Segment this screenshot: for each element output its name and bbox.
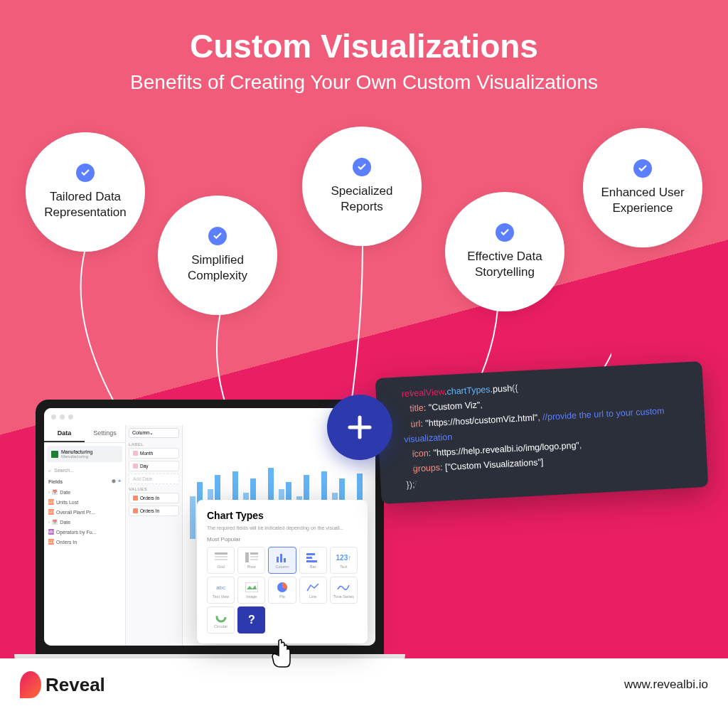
search-row[interactable]: ⌕Search... <box>44 465 125 476</box>
window-titlebar <box>44 408 375 425</box>
chart-type-dropdown[interactable]: Column⌄ <box>129 428 179 438</box>
chart-type-pivot-item[interactable]: Pivot <box>237 547 265 574</box>
value-pill[interactable]: Orders In <box>129 493 179 503</box>
field-row[interactable]: 123Orders In <box>44 537 125 547</box>
code-method: push <box>493 383 513 394</box>
bar-chart-icon <box>306 552 320 563</box>
datasource-row[interactable]: ManufacturingManufacturing <box>47 446 122 462</box>
datasource-sub: Manufacturing <box>61 454 118 459</box>
section-label: LABEL <box>129 442 179 447</box>
check-icon <box>496 223 514 242</box>
label-pill[interactable]: Day <box>129 461 179 471</box>
check-icon <box>633 159 652 178</box>
search-placeholder: Search... <box>54 468 74 473</box>
window-dot-icon <box>68 415 73 419</box>
svg-rect-28 <box>280 554 282 562</box>
question-icon: ? <box>245 614 259 626</box>
chart-type-label: Text View <box>213 594 229 599</box>
chevron-right-icon: › <box>48 490 50 495</box>
text-icon: 123↑ <box>336 552 350 563</box>
svg-rect-23 <box>245 552 249 562</box>
svg-rect-22 <box>215 559 228 560</box>
chart-type-bar-item[interactable]: Bar <box>299 547 327 574</box>
date-icon: 📅 <box>52 519 58 525</box>
circular-icon <box>214 611 228 623</box>
field-row[interactable]: ABCOperators by Fu... <box>44 527 125 537</box>
chart-types-popup: Chart Types The required fields will be … <box>197 500 368 643</box>
field-row[interactable]: ›📅Date <box>44 517 125 527</box>
add-date-placeholder[interactable]: Add Date <box>129 474 179 484</box>
field-row[interactable]: 123Units Lost <box>44 497 125 507</box>
number-icon <box>133 508 138 513</box>
field-row[interactable]: ›📅Date <box>44 487 125 497</box>
number-icon: 123 <box>48 539 54 545</box>
field-row[interactable]: 123Overall Plant Pr... <box>44 507 125 517</box>
label-pill[interactable]: Month <box>129 448 179 459</box>
footer: Reveal www.revealbi.io <box>0 658 728 711</box>
sidebar: Data Settings ManufacturingManufacturing… <box>44 425 126 646</box>
globe-icon[interactable]: ⊕ <box>112 479 116 484</box>
pie-chart-icon <box>275 582 289 593</box>
excel-icon <box>51 451 58 458</box>
chart-type-label: Bar <box>310 565 316 569</box>
benefit-bubbles: Tailored Data Representation Simplified … <box>0 121 728 334</box>
config-panel: Column⌄ LABEL Month Day Add Date VALUES … <box>126 425 183 646</box>
chart-type-image-item[interactable]: Image <box>237 577 265 604</box>
timeseries-icon <box>336 582 350 593</box>
benefit-label: Effective Data Storytelling <box>459 249 550 280</box>
window-dot-icon <box>51 415 56 419</box>
search-icon: ⌕ <box>48 468 51 473</box>
textview-icon: abc <box>214 582 228 593</box>
chart-type-text-item[interactable]: 123↑Text <box>330 547 358 574</box>
svg-rect-30 <box>306 553 315 555</box>
chart-type-pie-item[interactable]: Pie <box>268 577 296 604</box>
site-url: www.revealbi.io <box>624 678 708 692</box>
svg-rect-24 <box>250 552 258 555</box>
chart-type-custom-item[interactable]: ? <box>237 606 265 634</box>
svg-rect-26 <box>250 559 258 560</box>
field-name: Orders In <box>56 540 77 545</box>
tab-settings[interactable]: Settings <box>85 425 125 442</box>
fields-label: Fields <box>48 479 63 484</box>
field-name: Operators by Fu... <box>56 530 96 535</box>
chart-type-timeseries-item[interactable]: Time Series <box>330 577 358 604</box>
plus-icon[interactable]: + <box>118 479 121 484</box>
benefit-label: Tailored Data Representation <box>40 189 131 220</box>
chevron-down-icon: ⌄ <box>149 430 154 435</box>
chart-type-label: Column <box>276 565 289 569</box>
logo-mark-icon <box>20 671 41 698</box>
number-icon: 123 <box>48 499 54 505</box>
value-pill[interactable]: Orders In <box>129 506 179 516</box>
svg-rect-25 <box>250 556 258 557</box>
chart-type-circular-item[interactable]: Circular <box>207 606 235 634</box>
chart-type-label: Circular <box>214 624 228 629</box>
benefit-label: Simplified Complexity <box>172 252 263 284</box>
svg-rect-0 <box>190 496 196 539</box>
benefit-bubble: Tailored Data Representation <box>26 132 145 252</box>
grid-icon <box>214 552 228 563</box>
chart-type-textview-item[interactable]: abcText View <box>207 577 235 604</box>
chart-type-column-item[interactable]: Column <box>268 547 296 574</box>
section-label: VALUES <box>129 487 179 491</box>
pivot-icon <box>245 552 259 563</box>
field-name: Date <box>60 520 70 525</box>
chart-type-line-item[interactable]: Line <box>299 577 327 604</box>
benefit-bubble: Simplified Complexity <box>158 196 277 315</box>
svg-rect-31 <box>306 557 312 559</box>
popup-section-label: Most Popular <box>207 536 358 542</box>
line-chart-icon <box>306 582 320 593</box>
check-icon <box>76 164 95 182</box>
cursor-icon <box>269 638 294 668</box>
check-icon <box>353 158 371 176</box>
chart-type-label: Image <box>246 594 257 599</box>
chart-type-grid: Grid Pivot Column Bar 123↑Text abcText V… <box>207 547 358 634</box>
chart-type-label: Grid <box>217 565 224 569</box>
check-icon <box>208 227 227 245</box>
image-icon <box>245 582 259 593</box>
svg-rect-21 <box>215 556 228 557</box>
svg-point-35 <box>217 613 225 621</box>
chart-type-grid-item[interactable]: Grid <box>207 547 235 574</box>
datasource-name: Manufacturing <box>61 449 118 454</box>
tab-data[interactable]: Data <box>44 425 85 442</box>
date-icon: 📅 <box>52 489 58 495</box>
